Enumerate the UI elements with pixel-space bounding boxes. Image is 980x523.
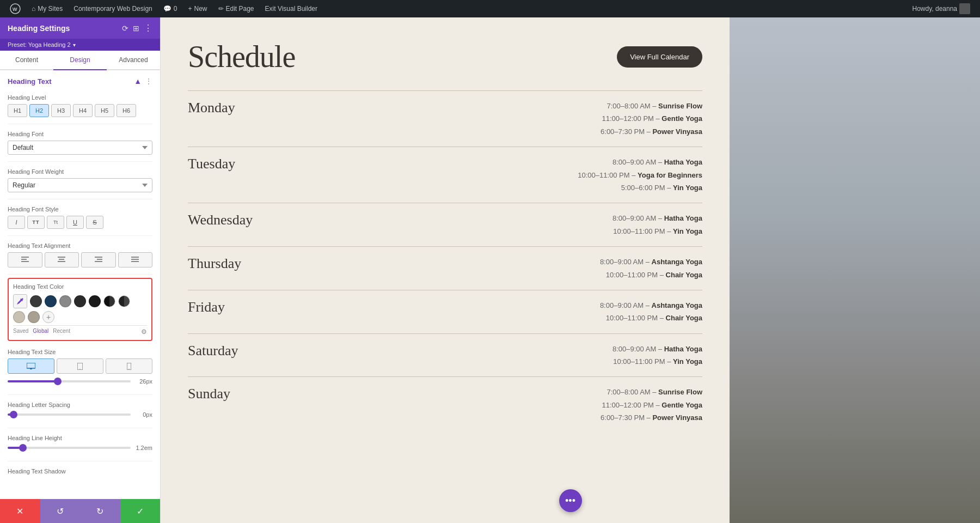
h6-button[interactable]: H6 [117, 104, 136, 117]
strikethrough-button[interactable]: S [86, 216, 103, 229]
wp-logo[interactable]: W [4, 3, 26, 14]
alignment-buttons [8, 252, 152, 267]
schedule-header: Schedule View Full Calendar [188, 39, 702, 74]
schedule-classes-thursday: 8:00–9:00 AM – Ashtanga Yoga 10:00–11:00… [297, 256, 702, 281]
heading-font-weight-select[interactable]: Regular Bold Light [8, 178, 152, 192]
color-swatch-4[interactable] [74, 295, 86, 307]
color-swatch-half-2[interactable] [118, 295, 130, 307]
divider-6 [8, 394, 152, 395]
heading-font-select[interactable]: Default [8, 141, 152, 155]
divider-2 [8, 161, 152, 162]
panel-header: Heading Settings ⟳ ⊞ ⋮ [0, 17, 160, 39]
color-swatch-2[interactable] [45, 295, 57, 307]
line-height-slider-row: 1.2em [8, 445, 152, 451]
view-calendar-button[interactable]: View Full Calendar [617, 46, 702, 68]
color-swatch-warm-1[interactable] [13, 311, 25, 323]
sync-icon[interactable]: ⟳ [122, 24, 128, 33]
svg-rect-12 [131, 259, 139, 260]
redo-button[interactable]: ↻ [80, 499, 120, 523]
color-swatch-3[interactable] [59, 295, 71, 307]
align-right-icon [95, 257, 102, 263]
align-left-icon [21, 257, 29, 263]
class-item: 10:00–11:00 PM – Chair Yoga [297, 269, 702, 281]
tab-design[interactable]: Design [53, 51, 107, 70]
heading-letter-spacing-label: Heading Letter Spacing [8, 402, 152, 408]
letter-spacing-slider[interactable] [8, 413, 131, 416]
new-link[interactable]: + New [182, 0, 212, 17]
align-justify-button[interactable] [118, 252, 153, 267]
class-item: 10:00–11:00 PM – Yoga for Beginners [297, 169, 702, 181]
comment-icon: 💬 [163, 5, 171, 13]
text-size-slider[interactable] [8, 380, 131, 382]
desktop-device-button[interactable] [8, 358, 54, 374]
my-sites-link[interactable]: ⌂ My Sites [26, 0, 68, 17]
color-swatch-warm-2[interactable] [28, 311, 40, 323]
global-colors-tab[interactable]: Global [33, 328, 48, 336]
edit-page-link[interactable]: ✏ Edit Page [213, 0, 260, 17]
schedule-day-thursday: Thursday [188, 256, 297, 272]
class-item: 10:00–11:00 PM – Yin Yoga [297, 355, 702, 368]
site-name-link[interactable]: Contemporary Web Design [68, 0, 158, 17]
device-buttons [8, 358, 152, 374]
eyedropper-icon [17, 298, 23, 305]
class-item: 6:00–7:30 PM – Power Vinyasa [297, 125, 702, 138]
h1-button[interactable]: H1 [8, 104, 27, 117]
tablet-icon [77, 363, 83, 370]
h3-button[interactable]: H3 [51, 104, 71, 117]
heading-text-alignment-field: Heading Text Alignment [0, 238, 160, 272]
align-left-button[interactable] [8, 252, 42, 267]
more-icon[interactable]: ⋮ [144, 23, 152, 33]
cancel-button[interactable]: ✕ [0, 499, 40, 523]
image-section [730, 17, 980, 523]
align-center-button[interactable] [45, 252, 79, 267]
collapse-icon[interactable]: ▲ [134, 77, 142, 86]
comments-link[interactable]: 💬 0 [158, 0, 183, 17]
class-item: 8:00–9:00 AM – Ashtanga Yoga [297, 299, 702, 312]
capitalize-button[interactable]: Tt [47, 216, 64, 229]
tab-content[interactable]: Content [0, 51, 53, 70]
home-icon: ⌂ [32, 5, 35, 13]
split-icon[interactable]: ⊞ [133, 24, 139, 33]
schedule-classes-tuesday: 8:00–9:00 AM – Hatha Yoga 10:00–11:00 PM… [297, 156, 702, 194]
recent-colors-tab[interactable]: Recent [53, 328, 70, 336]
underline-button[interactable]: U [66, 216, 84, 229]
color-swatch-1[interactable] [30, 295, 42, 307]
class-item: 10:00–11:00 PM – Yin Yoga [297, 225, 702, 238]
tablet-device-button[interactable] [57, 358, 103, 374]
exit-builder-link[interactable]: Exit Visual Builder [260, 0, 323, 17]
schedule-classes-monday: 7:00–8:00 AM – Sunrise Flow 11:00–12:00 … [297, 100, 702, 138]
align-right-button[interactable] [81, 252, 116, 267]
chevron-down-icon[interactable]: ▾ [73, 42, 76, 48]
mobile-icon [127, 363, 131, 370]
heading-line-height-field: Heading Line Height 1.2em [0, 430, 160, 459]
fab-button[interactable]: ••• [559, 489, 582, 512]
line-height-slider[interactable] [8, 447, 131, 449]
saved-colors-tab[interactable]: Saved [13, 328, 28, 336]
undo-button[interactable]: ↺ [40, 499, 81, 523]
svg-rect-4 [21, 261, 29, 262]
panel-content: Heading Text ▲ ⋮ Heading Level H1 H2 H3 … [0, 70, 160, 499]
schedule-section: Schedule View Full Calendar Monday 7:00–… [161, 17, 730, 523]
h4-button[interactable]: H4 [73, 104, 93, 117]
svg-point-17 [79, 368, 80, 369]
section-title: Heading Text [8, 77, 52, 86]
class-item: 6:00–7:30 PM – Power Vinyasa [297, 411, 702, 424]
color-swatch-5[interactable] [89, 295, 101, 307]
add-color-button[interactable]: + [42, 311, 54, 323]
h5-button[interactable]: H5 [95, 104, 114, 117]
italic-button[interactable]: I [8, 216, 25, 229]
user-greeting: Howdy, deanna [912, 3, 976, 14]
color-settings-icon[interactable]: ⚙ [141, 328, 147, 336]
class-item: 5:00–6:00 PM – Yin Yoga [297, 181, 702, 194]
tab-advanced[interactable]: Advanced [107, 51, 160, 70]
color-swatch-half-1[interactable] [103, 295, 115, 307]
uppercase-button[interactable]: TT [27, 216, 45, 229]
svg-rect-8 [95, 257, 102, 258]
section-more-icon[interactable]: ⋮ [145, 77, 152, 86]
heading-letter-spacing-field: Heading Letter Spacing 0px [0, 397, 160, 425]
eyedropper-button[interactable] [13, 294, 27, 308]
save-button[interactable]: ✓ [120, 499, 161, 523]
svg-rect-3 [21, 259, 27, 260]
mobile-device-button[interactable] [106, 358, 152, 374]
h2-button[interactable]: H2 [29, 104, 49, 117]
